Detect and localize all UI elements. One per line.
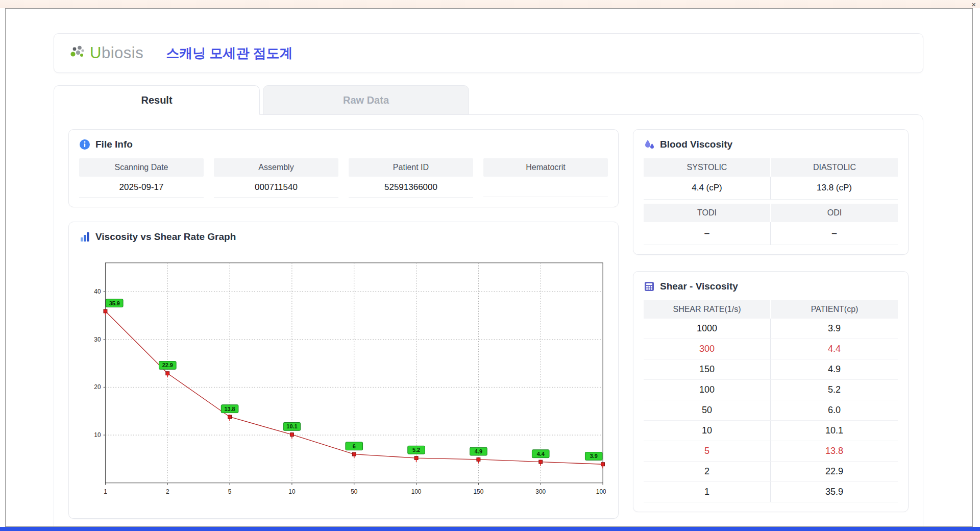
bottom-accent-bar (0, 527, 980, 531)
file-info-field: Assembly 000711540 (214, 158, 338, 198)
blood-viscosity-card: Blood Viscosity SYSTOLICDIASTOLIC 4.4 (c… (633, 129, 909, 255)
svg-text:40: 40 (94, 288, 101, 295)
shear-table-body: 1000 3.9 300 4.4 150 4.9 100 5.2 50 6.0 … (644, 319, 898, 502)
patient-cp-column-header: PATIENT(cp) (771, 300, 898, 319)
blood-viscosity-value-row: 4.4 (cP)13.8 (cP) (644, 177, 898, 200)
logo-letters-rest: biosis (102, 44, 143, 62)
blood-viscosity-header-cell: TODI (644, 204, 770, 222)
file-info-field: Patient ID 52591366000 (349, 158, 473, 198)
file-info-field-label: Assembly (214, 158, 338, 177)
svg-text:5: 5 (228, 488, 232, 495)
window-close-button[interactable]: × (971, 1, 976, 8)
patient-cp-cell: 4.9 (771, 364, 898, 375)
svg-text:4.9: 4.9 (475, 448, 482, 454)
result-panel: File Info Scanning Date 2025-09-17 Assem… (54, 114, 923, 527)
bar-chart-icon (79, 231, 90, 243)
app-title: 스캐닝 모세관 점도계 (166, 44, 292, 62)
file-info-field: Hematocrit (483, 158, 608, 198)
patient-cp-cell: 3.9 (771, 323, 898, 334)
svg-text:10: 10 (288, 488, 296, 495)
shear-rate-column-header: SHEAR RATE(1/s) (644, 300, 770, 319)
shear-rate-cell: 10 (644, 421, 771, 441)
ubiosis-logo: Ubiosis (69, 44, 143, 62)
left-column: File Info Scanning Date 2025-09-17 Assem… (68, 129, 619, 519)
tab-raw-data[interactable]: Raw Data (263, 85, 469, 115)
patient-cp-cell: 5.2 (771, 384, 898, 395)
svg-text:300: 300 (535, 488, 546, 495)
blood-viscosity-value-cell: 4.4 (cP) (644, 177, 771, 200)
file-info-card: File Info Scanning Date 2025-09-17 Assem… (68, 129, 619, 207)
blood-viscosity-header-row: TODIODI (644, 204, 898, 222)
ubiosis-logo-icon (69, 45, 87, 61)
shear-row: 50 6.0 (644, 400, 898, 421)
blood-viscosity-header-cell: SYSTOLIC (644, 158, 770, 177)
file-info-field-label: Patient ID (349, 158, 473, 177)
svg-text:50: 50 (351, 488, 358, 495)
info-icon (79, 139, 90, 150)
window-titlebar (0, 0, 980, 8)
blood-viscosity-table: SYSTOLICDIASTOLIC 4.4 (cP)13.8 (cP)TODIO… (644, 158, 898, 245)
blood-viscosity-value-cell: – (644, 222, 771, 245)
graph-card: Viscosity vs Shear Rate Graph 1020304012… (68, 222, 619, 519)
shear-rate-cell: 300 (644, 339, 771, 359)
shear-table-header: SHEAR RATE(1/s) PATIENT(cp) (644, 300, 898, 319)
svg-text:5.2: 5.2 (412, 447, 420, 453)
graph-title: Viscosity vs Shear Rate Graph (95, 231, 236, 243)
svg-text:1: 1 (104, 488, 107, 495)
blood-viscosity-value-cell: 13.8 (cP) (771, 177, 898, 200)
table-icon (644, 281, 655, 292)
shear-rate-cell: 2 (644, 462, 771, 481)
file-info-title: File Info (95, 139, 133, 150)
svg-text:22.9: 22.9 (162, 362, 173, 368)
svg-text:35.9: 35.9 (109, 300, 120, 306)
chart-container: 102030401251050100150300100035.922.913.8… (79, 251, 608, 509)
shear-rate-cell: 1000 (644, 319, 771, 339)
file-info-field-value: 52591366000 (349, 177, 473, 198)
svg-text:1000: 1000 (596, 488, 606, 495)
file-info-fields: Scanning Date 2025-09-17 Assembly 000711… (79, 158, 608, 198)
shear-rate-cell: 50 (644, 400, 771, 420)
blood-viscosity-header-row: SYSTOLICDIASTOLIC (644, 158, 898, 177)
shear-viscosity-title: Shear - Viscosity (660, 281, 738, 292)
patient-cp-cell: 22.9 (771, 466, 898, 477)
shear-row: 2 22.9 (644, 462, 898, 482)
svg-text:4.4: 4.4 (537, 451, 545, 457)
blood-viscosity-title: Blood Viscosity (660, 139, 732, 150)
file-info-field-value (483, 177, 608, 197)
blood-viscosity-value-cell: – (771, 222, 898, 245)
tab-bar: Result Raw Data (54, 85, 923, 114)
shear-row: 1000 3.9 (644, 319, 898, 339)
shear-row: 5 13.8 (644, 441, 898, 462)
svg-text:10.1: 10.1 (286, 423, 297, 429)
logo-letter-u: U (90, 44, 102, 62)
svg-text:13.8: 13.8 (225, 406, 235, 412)
file-info-field-label: Hematocrit (483, 158, 608, 177)
shear-rate-cell: 150 (644, 359, 771, 379)
file-info-field-label: Scanning Date (79, 158, 204, 177)
svg-text:30: 30 (94, 336, 101, 343)
patient-cp-cell: 35.9 (771, 487, 898, 497)
shear-rate-cell: 5 (644, 441, 771, 461)
app-window: Ubiosis 스캐닝 모세관 점도계 Result Raw Data (5, 8, 973, 527)
patient-cp-cell: 13.8 (771, 446, 898, 456)
shear-row: 10 10.1 (644, 421, 898, 441)
patient-cp-cell: 4.4 (771, 344, 898, 354)
tab-result[interactable]: Result (54, 85, 260, 115)
blood-viscosity-header-cell: ODI (771, 204, 898, 222)
patient-cp-cell: 6.0 (771, 405, 898, 416)
shear-rate-cell: 100 (644, 380, 771, 400)
svg-text:10: 10 (94, 431, 101, 439)
file-info-field: Scanning Date 2025-09-17 (79, 158, 204, 198)
shear-rate-cell: 1 (644, 482, 771, 502)
app-header: Ubiosis 스캐닝 모세관 점도계 (54, 33, 923, 73)
patient-cp-cell: 10.1 (771, 425, 898, 436)
droplet-icon (644, 139, 655, 150)
shear-row: 100 5.2 (644, 380, 898, 400)
svg-text:150: 150 (474, 488, 484, 495)
blood-viscosity-value-row: –– (644, 222, 898, 245)
file-info-field-value: 000711540 (214, 177, 338, 198)
shear-row: 1 35.9 (644, 482, 898, 502)
shear-viscosity-card: Shear - Viscosity SHEAR RATE(1/s) PATIEN… (633, 271, 909, 512)
file-info-field-value: 2025-09-17 (79, 177, 204, 198)
svg-text:2: 2 (166, 488, 169, 495)
